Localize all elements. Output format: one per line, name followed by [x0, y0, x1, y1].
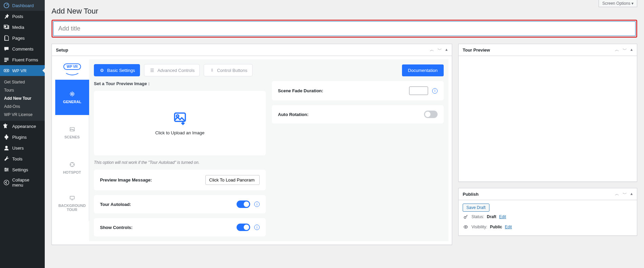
- wpvr-logo: WP VR: [55, 59, 89, 80]
- title-highlight-box: [52, 20, 637, 38]
- tab-label: Basic Settings: [107, 68, 135, 73]
- sidebar-label: Appearance: [12, 124, 36, 129]
- edit-status-link[interactable]: Edit: [499, 214, 506, 219]
- upload-image-box[interactable]: Click to Upload an Image: [94, 91, 266, 155]
- sidebar-item-tools[interactable]: Tools: [0, 153, 45, 164]
- sub-addons[interactable]: Add-Ons: [0, 102, 45, 111]
- tools-icon: [3, 156, 9, 162]
- preview-message-card: Preview Image Message:: [94, 170, 266, 190]
- comments-icon: [3, 46, 9, 52]
- pin-icon: [3, 13, 9, 19]
- chevron-up-icon[interactable]: ︿: [615, 191, 619, 197]
- sidebar-item-wpvr[interactable]: WP VR: [0, 65, 45, 76]
- setup-header: Setup ︿ ﹀ ▴: [52, 44, 452, 56]
- show-controls-toggle[interactable]: [237, 224, 250, 231]
- sidebar-label: Plugins: [12, 135, 27, 140]
- tab-scenes[interactable]: SCENES: [55, 115, 89, 150]
- svg-point-6: [5, 70, 6, 71]
- documentation-button[interactable]: Documentation: [402, 64, 444, 76]
- screen-options-button[interactable]: Screen Options ▾: [599, 0, 637, 7]
- sidebar-item-fluent-forms[interactable]: Fluent Forms: [0, 54, 45, 65]
- status-value: Draft: [487, 214, 496, 219]
- tour-autoload-toggle[interactable]: [237, 200, 250, 208]
- sidebar-label: Pages: [12, 36, 25, 41]
- upload-hint: This option will not work if the "Tour A…: [94, 160, 266, 165]
- chevron-down-icon[interactable]: ﹀: [438, 47, 442, 53]
- crosshair-icon: [69, 161, 75, 168]
- setup-content: ⚙Basic Settings ☰Advanced Controls ⦀Cont…: [89, 59, 448, 241]
- tour-preview-header: Tour Preview ︿ ﹀ ▴: [459, 44, 637, 56]
- tab-label: Advanced Controls: [157, 68, 195, 73]
- show-controls-label: Show Controls:: [100, 225, 133, 230]
- svg-point-12: [5, 168, 6, 169]
- tab-background-tour[interactable]: BACKGROUND TOUR: [55, 186, 89, 221]
- chevron-down-icon[interactable]: ﹀: [623, 191, 627, 197]
- toggle-triangle-icon[interactable]: ▴: [630, 47, 633, 53]
- eye-icon: [463, 224, 469, 230]
- chevron-up-icon[interactable]: ︿: [615, 47, 619, 53]
- tour-title-input[interactable]: [53, 21, 636, 36]
- svg-rect-5: [4, 69, 9, 72]
- sub-license[interactable]: WP VR License: [0, 111, 45, 119]
- sidebar-item-dashboard[interactable]: Dashboard: [0, 0, 45, 11]
- chevron-up-icon[interactable]: ︿: [430, 47, 434, 53]
- tab-label: BACKGROUND TOUR: [57, 204, 87, 212]
- info-icon[interactable]: i: [432, 88, 438, 94]
- key-icon: [463, 214, 469, 220]
- tour-autoload-label: Tour Autoload:: [100, 202, 131, 207]
- setup-title: Setup: [56, 47, 68, 53]
- sidebar-label: WP VR: [12, 68, 26, 73]
- scene-fade-label: Scene Fade Duration:: [278, 88, 323, 93]
- info-icon[interactable]: i: [254, 225, 260, 230]
- toggle-triangle-icon[interactable]: ▴: [445, 47, 448, 53]
- tab-hotspot[interactable]: HOTSPOT: [55, 150, 89, 186]
- edit-visibility-link[interactable]: Edit: [505, 225, 512, 229]
- save-draft-button[interactable]: Save Draft: [463, 204, 489, 212]
- svg-point-8: [5, 146, 7, 148]
- upload-text: Click to Upload an Image: [155, 130, 204, 135]
- plugins-icon: [3, 134, 9, 140]
- preview-message-input[interactable]: [205, 175, 260, 185]
- sidebar-item-plugins[interactable]: Plugins: [0, 132, 45, 142]
- svg-rect-4: [4, 61, 7, 62]
- svg-point-1: [4, 26, 6, 27]
- svg-point-22: [464, 216, 466, 218]
- auto-rotation-toggle[interactable]: [424, 111, 438, 118]
- sidebar-label: Users: [12, 146, 24, 151]
- tab-general[interactable]: GENERAL: [55, 80, 89, 115]
- svg-rect-19: [70, 196, 74, 199]
- sidebar-item-settings[interactable]: Settings: [0, 164, 45, 175]
- toggle-triangle-icon[interactable]: ▴: [630, 191, 633, 197]
- scene-fade-input[interactable]: [409, 87, 428, 95]
- sliders-icon: ☰: [149, 67, 155, 73]
- tour-preview-postbox: Tour Preview ︿ ﹀ ▴: [458, 44, 637, 182]
- gear-icon: [69, 91, 75, 97]
- info-icon[interactable]: i: [254, 202, 260, 207]
- sidebar-item-comments[interactable]: Comments: [0, 43, 45, 54]
- tour-preview-title: Tour Preview: [463, 47, 490, 53]
- sidebar-item-media[interactable]: Media: [0, 22, 45, 33]
- publish-postbox: Publish ︿ ﹀ ▴ Save Draft Status: Draft: [458, 188, 637, 236]
- sidebar-label: Posts: [12, 14, 23, 19]
- sub-tours[interactable]: Tours: [0, 86, 45, 94]
- visibility-value: Public: [490, 225, 502, 229]
- sidebar-item-appearance[interactable]: Appearance: [0, 121, 45, 132]
- image-icon: [69, 126, 75, 132]
- sidebar-item-users[interactable]: Users: [0, 142, 45, 153]
- sidebar-item-pages[interactable]: Pages: [0, 33, 45, 43]
- auto-rotation-card: Auto Rotation:: [272, 105, 444, 123]
- sub-add-new-tour[interactable]: Add New Tour: [0, 94, 45, 102]
- tab-label: HOTSPOT: [63, 170, 81, 174]
- status-label: Status:: [471, 214, 484, 219]
- sub-get-started[interactable]: Get Started: [0, 78, 45, 86]
- sidebar-label: Tools: [12, 156, 22, 161]
- sidebar-item-posts[interactable]: Posts: [0, 11, 45, 22]
- tab-basic-settings[interactable]: ⚙Basic Settings: [94, 64, 140, 76]
- chevron-down-icon[interactable]: ﹀: [623, 47, 627, 53]
- tab-control-buttons[interactable]: ⦀Control Buttons: [204, 64, 253, 76]
- visibility-row: Visibility: Public Edit: [463, 222, 633, 232]
- preview-image-label: Set a Tour Preview Image :: [94, 81, 266, 86]
- tab-advanced-controls[interactable]: ☰Advanced Controls: [144, 64, 200, 76]
- sidebar-item-collapse[interactable]: Collapse menu: [0, 175, 45, 190]
- svg-point-15: [4, 180, 9, 185]
